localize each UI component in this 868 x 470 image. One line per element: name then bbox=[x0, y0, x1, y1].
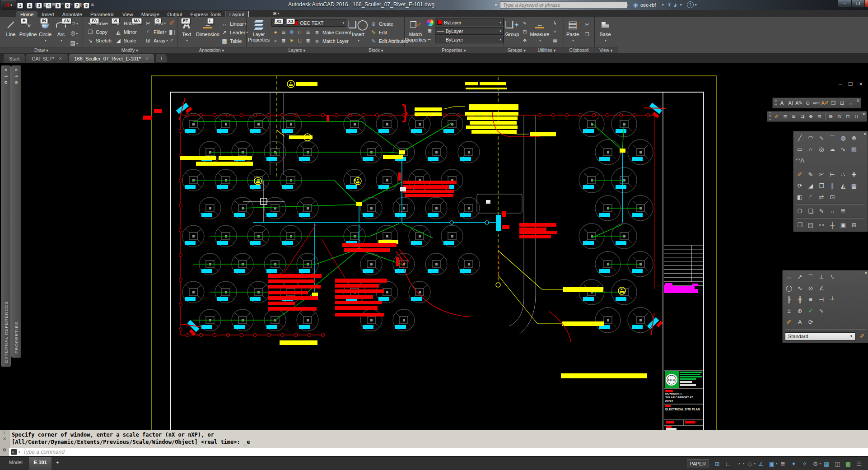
snap-icon[interactable]: ⊞ bbox=[712, 458, 723, 470]
command-input-placeholder[interactable]: Type a command bbox=[23, 449, 65, 455]
quickcalc-icon[interactable]: ▦ bbox=[821, 458, 832, 470]
dim-ruler-icon[interactable]: ↔ bbox=[827, 206, 838, 216]
dim-edit-icon[interactable]: ✐ bbox=[784, 317, 794, 327]
close-button[interactable]: ✕ bbox=[865, 0, 868, 8]
dim-spacing-icon[interactable]: ≡ bbox=[805, 294, 816, 305]
toolbar-grip[interactable] bbox=[775, 99, 777, 107]
fillet-button[interactable]: ◜Fillet▾ bbox=[144, 28, 167, 36]
dim-baseline-icon[interactable]: ╫ bbox=[794, 294, 805, 305]
dim-style-dropdown[interactable]: Standard▾ bbox=[785, 332, 855, 340]
dim-arc-icon[interactable]: ⌒ bbox=[805, 272, 816, 282]
layer-off-icon[interactable]: ⊙ bbox=[835, 112, 844, 121]
layer-tool-icon[interactable]: ☀ bbox=[288, 37, 296, 45]
isolate-objects-icon[interactable]: ◫ bbox=[832, 458, 843, 470]
brush-icon[interactable]: ✐ bbox=[794, 169, 805, 180]
group-button[interactable]: ❏✦Group bbox=[504, 18, 521, 37]
rectangle-icon[interactable]: ▭ bbox=[794, 144, 805, 154]
palette-properties-icon[interactable]: ⚙ bbox=[14, 80, 18, 85]
search-icon[interactable]: ⌕ bbox=[625, 2, 628, 8]
drawing-close-icon[interactable]: ✕ bbox=[859, 81, 863, 87]
modify-extra-tools[interactable]: ✐◧◜ bbox=[168, 19, 176, 46]
panel-label-utilities[interactable]: Utilities ▾ bbox=[530, 47, 564, 53]
export-icon[interactable]: ❐ bbox=[816, 181, 827, 191]
paste-button[interactable]: ▤Paste▾ bbox=[565, 18, 581, 43]
command-grip[interactable]: ⠿ bbox=[3, 431, 6, 435]
command-recent-icon[interactable]: ▾ bbox=[19, 450, 20, 454]
select-icon[interactable]: ⊞ bbox=[849, 220, 859, 230]
arc-icon[interactable]: ⌒ bbox=[827, 133, 838, 143]
edit-block-button[interactable]: ✎Edit bbox=[369, 28, 387, 37]
block-edit-icon[interactable]: ✎ bbox=[816, 206, 827, 216]
palette-autohide-icon[interactable]: ⇥ bbox=[4, 74, 8, 79]
command-input-row[interactable]: >_ ▾ Type a command bbox=[9, 448, 868, 456]
center-mark-icon[interactable]: ⊕ bbox=[794, 306, 805, 316]
base-button[interactable]: Base▾ bbox=[597, 18, 613, 43]
palette-close-icon[interactable]: ✕ bbox=[14, 68, 18, 72]
measure-button[interactable]: ↔Measure▾ bbox=[531, 18, 549, 43]
rotate-icon[interactable]: ⟳ bbox=[794, 181, 805, 191]
field-icon[interactable]: ⊡ bbox=[838, 98, 846, 107]
dim-continue-icon[interactable]: ╟ bbox=[784, 294, 794, 305]
dim-angular-icon[interactable]: ∠ bbox=[816, 283, 827, 293]
lineweight-icon[interactable]: ≣ bbox=[777, 458, 788, 470]
layer-walk-icon[interactable]: ⇉ bbox=[798, 112, 807, 121]
dim-jogged-icon[interactable]: ∿ bbox=[794, 283, 805, 293]
layer-tool-icon[interactable]: ● bbox=[271, 28, 280, 36]
copy-button[interactable]: ❐Copy bbox=[86, 28, 107, 36]
layer-lock-icon[interactable]: ⊓ bbox=[844, 112, 852, 121]
point-style-icon[interactable]: ∴ bbox=[838, 169, 849, 180]
leader-button[interactable]: ↗Leader▾ bbox=[220, 28, 248, 37]
extend-icon[interactable]: ⊢ bbox=[827, 169, 838, 180]
annotation-autoscale-icon[interactable]: ✧ bbox=[799, 458, 810, 470]
create-block-button[interactable]: ⊕Create bbox=[369, 19, 393, 28]
panel-label-draw[interactable]: Draw ▾ bbox=[0, 47, 83, 53]
scale-icon[interactable]: ◢ bbox=[805, 181, 816, 191]
toolbar-close-icon[interactable]: ✕ bbox=[862, 112, 866, 116]
line-icon[interactable]: ╱ bbox=[794, 133, 805, 143]
hatch-icon[interactable]: ▨ bbox=[849, 144, 859, 154]
group-extra-tools[interactable]: ✎⊟❖ bbox=[522, 19, 528, 45]
text-style-icon[interactable]: A bbox=[778, 98, 786, 107]
match-layer-button[interactable]: ≣Match Layer bbox=[313, 37, 349, 45]
offset-icon[interactable]: ∥ bbox=[827, 181, 838, 191]
layer-brush-icon[interactable]: ✐ bbox=[772, 112, 781, 121]
sketch-icon[interactable]: ∿ bbox=[838, 144, 849, 154]
array-button[interactable]: ⊞Array▾ bbox=[144, 36, 168, 45]
minimize-button[interactable]: ─ bbox=[838, 0, 851, 8]
polygon-icon[interactable]: ⌂ bbox=[805, 144, 816, 154]
panel-label-block[interactable]: Block ▾ bbox=[348, 47, 404, 53]
trim-icon[interactable]: ✂ bbox=[816, 169, 827, 180]
dim-text-edit-icon[interactable]: A bbox=[794, 317, 805, 327]
spline-icon[interactable]: ∿ bbox=[816, 133, 827, 143]
edit-poly-icon[interactable]: ✎ bbox=[805, 169, 816, 180]
dim-check-icon[interactable]: ✓ bbox=[805, 306, 816, 316]
text-scale-icon[interactable]: ↔ bbox=[846, 98, 855, 107]
fillet-icon[interactable]: ◜ bbox=[805, 192, 816, 202]
ortho-icon[interactable]: ∟ bbox=[723, 458, 733, 470]
join-icon[interactable]: ⇄ bbox=[816, 192, 827, 202]
array-icon[interactable]: ▦ bbox=[849, 181, 859, 191]
mirror-icon[interactable]: ◭ bbox=[838, 181, 849, 191]
save-icon[interactable]: ▣ bbox=[838, 220, 849, 230]
file-tab-close-icon[interactable]: ✕ bbox=[145, 56, 149, 61]
find-replace-icon[interactable]: ⊙ bbox=[803, 98, 812, 107]
panel-label-view[interactable]: View ▾ bbox=[594, 47, 618, 53]
help-dropdown-icon[interactable]: ▾ bbox=[695, 3, 697, 7]
file-tab-cat-set-[interactable]: CAT SET*✕ bbox=[26, 54, 67, 63]
toolbar-grip[interactable] bbox=[769, 112, 771, 121]
dim-style-brush-icon[interactable]: ✐ bbox=[857, 331, 868, 341]
script-icon[interactable]: ≣ bbox=[838, 206, 849, 216]
ellipse-icon[interactable]: ⊜ bbox=[849, 133, 859, 143]
layer-tool-icon[interactable]: ⊓ bbox=[296, 28, 304, 36]
file-tab-start[interactable]: Start bbox=[4, 54, 25, 63]
layer-tool-icon[interactable]: ≣ bbox=[280, 37, 288, 45]
make-block-icon[interactable]: ❏ bbox=[805, 206, 816, 216]
properties-palette-bar[interactable]: ✕ ⇥ ⚙ PROPERTIES bbox=[11, 65, 21, 358]
layer-tool-icon[interactable]: ≣ bbox=[304, 37, 312, 45]
copy-clip-icon[interactable]: ❐ bbox=[794, 220, 805, 230]
palette-properties-icon[interactable]: ⚙ bbox=[4, 80, 8, 85]
text-edit-icon[interactable]: AI bbox=[786, 98, 795, 107]
lineweight-dropdown[interactable]: ──ByLayer▾ bbox=[435, 36, 504, 43]
layer-tool-icon[interactable]: ❆ bbox=[288, 28, 296, 36]
search-input[interactable] bbox=[500, 1, 627, 9]
